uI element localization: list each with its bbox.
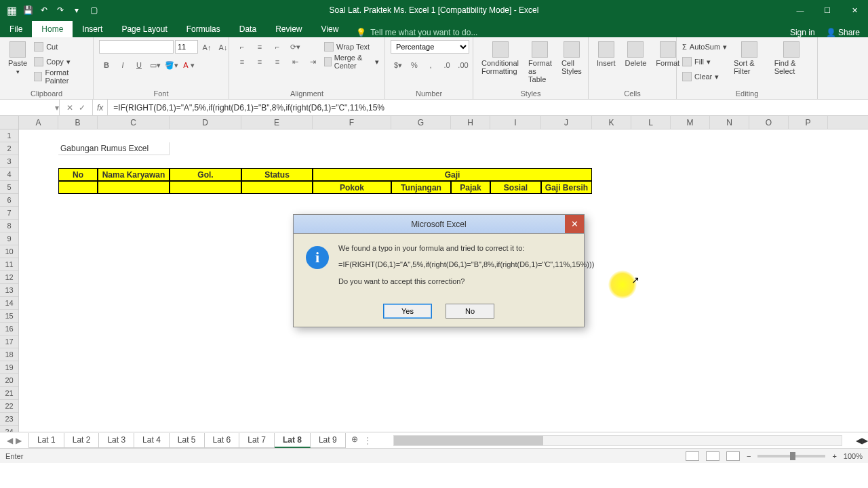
undo-icon[interactable]: ↶: [38, 4, 50, 16]
align-top-icon[interactable]: ⌐: [235, 39, 250, 54]
copy-button[interactable]: Copy ▾: [34, 55, 87, 68]
sheet-tab[interactable]: Lat 7: [239, 433, 275, 448]
autosum-button[interactable]: Σ AutoSum ▾: [682, 40, 727, 54]
formula-input[interactable]: =IF(RIGHT(D6,1)="A",5%,if(right(D6,1)="B…: [108, 103, 868, 113]
page-layout-view-button[interactable]: [706, 451, 719, 461]
sheet-tab[interactable]: Lat 6: [205, 433, 240, 448]
row-head[interactable]: 3: [0, 155, 18, 168]
cell[interactable]: Pajak: [451, 181, 490, 194]
fx-icon[interactable]: fx: [92, 100, 108, 115]
sign-in-link[interactable]: Sign in: [790, 28, 815, 37]
close-button[interactable]: ✕: [841, 0, 868, 20]
scroll-right-icon[interactable]: ▶: [862, 436, 868, 445]
col-head[interactable]: J: [541, 116, 592, 129]
row-head[interactable]: 19: [0, 361, 18, 374]
paste-button[interactable]: Paste▾: [5, 40, 30, 77]
cell[interactable]: Gabungan Rumus Excel: [58, 142, 170, 155]
fill-color-button[interactable]: 🪣▾: [164, 58, 179, 73]
col-head[interactable]: F: [313, 116, 391, 129]
col-head[interactable]: C: [98, 116, 170, 129]
sheet-tab[interactable]: Lat 5: [170, 433, 205, 448]
tab-page-layout[interactable]: Page Layout: [112, 21, 176, 37]
normal-view-button[interactable]: [686, 451, 699, 461]
cut-button[interactable]: Cut: [34, 40, 87, 54]
save-icon[interactable]: 💾: [22, 4, 34, 16]
zoom-level[interactable]: 100%: [844, 452, 863, 460]
col-head[interactable]: O: [749, 116, 789, 129]
zoom-slider[interactable]: [757, 455, 825, 458]
col-head[interactable]: D: [170, 116, 241, 129]
maximize-button[interactable]: ☐: [814, 0, 841, 20]
cell[interactable]: [170, 181, 241, 194]
no-button[interactable]: No: [446, 304, 494, 319]
row-head[interactable]: 24: [0, 426, 18, 432]
col-head[interactable]: H: [451, 116, 490, 129]
row-head[interactable]: 6: [0, 194, 18, 207]
col-head[interactable]: I: [490, 116, 541, 129]
cell[interactable]: No: [58, 168, 98, 181]
row-head[interactable]: 11: [0, 258, 18, 271]
row-head[interactable]: 13: [0, 284, 18, 297]
row-head[interactable]: 14: [0, 297, 18, 310]
col-head[interactable]: B: [58, 116, 98, 129]
row-head[interactable]: 5: [0, 181, 18, 194]
row-head[interactable]: 16: [0, 323, 18, 336]
indent-inc-icon[interactable]: ⇥: [305, 54, 320, 69]
shrink-font-icon[interactable]: A↓: [216, 40, 231, 55]
orient-icon[interactable]: ⟳▾: [288, 39, 302, 54]
sheet-next-icon[interactable]: ▶: [16, 436, 22, 445]
row-head[interactable]: 10: [0, 245, 18, 258]
grow-font-icon[interactable]: A↑: [199, 40, 214, 55]
zoom-out-button[interactable]: −: [747, 452, 751, 460]
cell[interactable]: [58, 181, 98, 194]
col-head[interactable]: A: [19, 116, 58, 129]
underline-button[interactable]: U: [132, 58, 146, 73]
cell[interactable]: Sosial: [490, 181, 541, 194]
page-break-view-button[interactable]: [726, 451, 740, 461]
row-head[interactable]: 8: [0, 220, 18, 232]
cell[interactable]: Status: [241, 168, 313, 181]
sheet-tab[interactable]: Lat 9: [311, 433, 346, 448]
sort-filter-button[interactable]: Sort & Filter: [731, 40, 768, 77]
font-name-select[interactable]: [99, 40, 174, 54]
tell-me-field[interactable]: 💡Tell me what you want to do...: [356, 28, 477, 37]
col-head[interactable]: E: [241, 116, 313, 129]
merge-center-button[interactable]: Merge & Center ▾: [324, 55, 379, 68]
tab-home[interactable]: Home: [32, 21, 73, 37]
row-head[interactable]: 2: [0, 142, 18, 155]
number-format-select[interactable]: Percentage: [391, 40, 469, 54]
cell-styles-button[interactable]: Cell Styles: [559, 40, 585, 77]
qat-dropdown-icon[interactable]: ▾: [71, 4, 83, 16]
tab-file[interactable]: File: [0, 21, 32, 37]
col-head[interactable]: M: [671, 116, 710, 129]
row-head[interactable]: 12: [0, 271, 18, 284]
cell[interactable]: Gol.: [170, 168, 241, 181]
select-all-corner[interactable]: [0, 116, 19, 129]
row-head[interactable]: 1: [0, 129, 18, 142]
tab-insert[interactable]: Insert: [73, 21, 112, 37]
align-bot-icon[interactable]: ⌐: [270, 39, 285, 54]
sheet-tab[interactable]: Lat 4: [134, 433, 170, 448]
dialog-close-button[interactable]: ✕: [565, 215, 584, 233]
redo-icon[interactable]: ↷: [54, 4, 66, 16]
horizontal-scrollbar[interactable]: [393, 435, 842, 446]
yes-button[interactable]: Yes: [383, 304, 432, 319]
format-painter-button[interactable]: Format Painter: [34, 70, 87, 83]
format-table-button[interactable]: Format as Table: [526, 40, 555, 85]
row-head[interactable]: 20: [0, 374, 18, 387]
sheet-tab[interactable]: Lat 3: [99, 433, 134, 448]
cell[interactable]: Gaji Bersih: [541, 181, 592, 194]
row-head[interactable]: 17: [0, 336, 18, 348]
comma-icon[interactable]: ,: [423, 58, 438, 73]
inc-dec-icon[interactable]: .0: [439, 58, 454, 73]
row-head[interactable]: 4: [0, 168, 18, 181]
percent-icon[interactable]: %: [407, 58, 422, 73]
align-left-icon[interactable]: ≡: [235, 54, 250, 69]
sheet-prev-icon[interactable]: ◀: [7, 436, 13, 445]
dec-dec-icon[interactable]: .00: [456, 58, 471, 73]
cell[interactable]: [98, 181, 170, 194]
bold-button[interactable]: B: [99, 58, 114, 73]
tab-review[interactable]: Review: [266, 21, 311, 37]
fill-button[interactable]: Fill ▾: [682, 55, 727, 68]
col-head[interactable]: L: [631, 116, 671, 129]
